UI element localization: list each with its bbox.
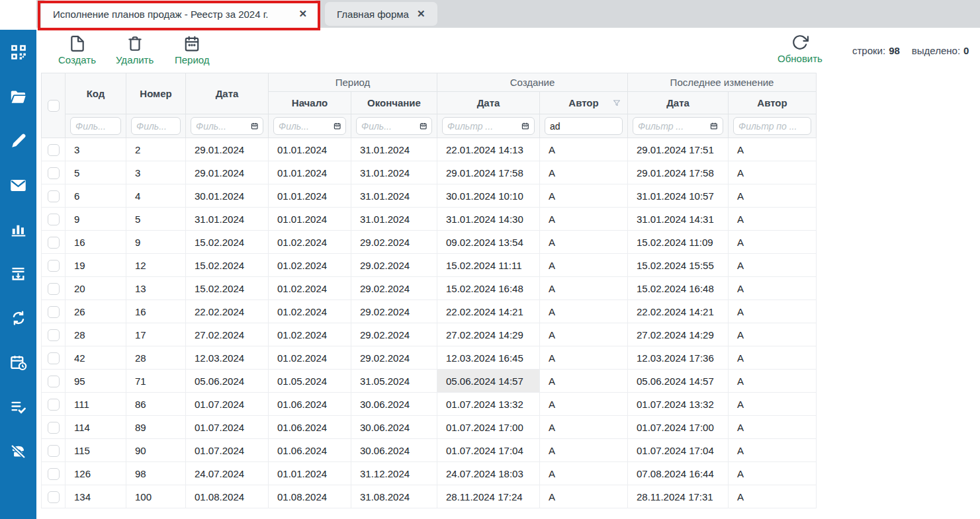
filter-input-create-date[interactable] xyxy=(447,121,521,132)
table-cell-nomer[interactable]: 17 xyxy=(126,323,186,346)
table-cell-change-author[interactable]: A xyxy=(729,485,817,508)
table-cell-change-date[interactable]: 28.11.2024 17:31 xyxy=(628,485,729,508)
table-cell-data[interactable]: 01.07.2024 xyxy=(186,416,269,439)
table-cell-nachalo[interactable]: 01.02.2024 xyxy=(269,231,351,254)
table-cell-kod[interactable]: 6 xyxy=(66,184,126,208)
table-cell-kod[interactable]: 114 xyxy=(66,416,126,439)
table-cell-change-date[interactable]: 31.01.2024 10:57 xyxy=(628,184,729,208)
table-cell-nomer[interactable]: 4 xyxy=(126,184,186,208)
table-cell-create-author[interactable]: A xyxy=(540,323,628,346)
table-cell-kod[interactable]: 19 xyxy=(66,254,126,277)
table-cell-create-date[interactable]: 22.01.2024 14:13 xyxy=(437,138,540,161)
folder-open-icon[interactable] xyxy=(0,83,36,110)
table-cell-okonchanie[interactable]: 29.02.2024 xyxy=(351,254,437,277)
column-header-nomer[interactable]: Номер xyxy=(126,73,186,114)
table-row[interactable]: 281727.02.202401.02.202429.02.202427.02.… xyxy=(42,323,817,346)
column-header-okonchanie[interactable]: Окончание xyxy=(351,92,437,114)
table-cell-kod[interactable]: 28 xyxy=(66,323,126,346)
table-cell-data[interactable]: 15.02.2024 xyxy=(186,277,269,300)
table-cell-create-author[interactable]: A xyxy=(540,161,628,184)
table-cell-create-date[interactable]: 24.07.2024 18:03 xyxy=(437,462,540,485)
table-cell-change-author[interactable]: A xyxy=(729,277,817,300)
table-cell-nachalo[interactable]: 01.06.2024 xyxy=(269,439,351,462)
row-checkbox[interactable] xyxy=(48,283,60,295)
table-cell-nachalo[interactable]: 01.05.2024 xyxy=(269,370,351,393)
table-cell-nachalo[interactable]: 01.02.2024 xyxy=(269,346,351,370)
tab-sales-plan-register[interactable]: Исполнение планов продаж - Реестр за 202… xyxy=(41,0,319,28)
table-cell-nachalo[interactable]: 01.02.2024 xyxy=(269,254,351,277)
table-cell-change-author[interactable]: A xyxy=(729,393,817,416)
table-row[interactable]: 261622.02.202401.02.202429.02.202422.02.… xyxy=(42,300,817,323)
table-cell-create-author[interactable]: A xyxy=(540,300,628,323)
table-cell-create-date[interactable]: 09.02.2024 13:54 xyxy=(437,231,540,254)
table-cell-nomer[interactable]: 28 xyxy=(126,346,186,370)
table-cell-create-author[interactable]: A xyxy=(540,346,628,370)
sync-icon[interactable] xyxy=(0,305,36,331)
table-cell-nomer[interactable]: 2 xyxy=(126,138,186,161)
row-checkbox[interactable] xyxy=(48,376,60,387)
table-cell-create-date[interactable]: 15.02.2024 16:48 xyxy=(437,277,540,300)
table-cell-kod[interactable]: 126 xyxy=(66,462,126,485)
table-cell-nomer[interactable]: 90 xyxy=(126,439,186,462)
column-header-nachalo[interactable]: Начало xyxy=(269,92,351,114)
table-cell-change-date[interactable]: 31.01.2024 14:31 xyxy=(628,208,729,231)
table-cell-create-author[interactable]: A xyxy=(540,138,628,161)
table-row[interactable]: 957105.06.202401.05.202431.05.202405.06.… xyxy=(42,370,817,393)
table-cell-kod[interactable]: 95 xyxy=(66,370,126,393)
table-cell-change-author[interactable]: A xyxy=(729,300,817,323)
phone-slash-icon[interactable] xyxy=(0,438,36,464)
list-check-icon[interactable] xyxy=(0,393,36,420)
table-cell-change-date[interactable]: 27.02.2024 14:29 xyxy=(628,323,729,346)
table-cell-okonchanie[interactable]: 31.01.2024 xyxy=(351,161,437,184)
table-cell-data[interactable]: 15.02.2024 xyxy=(186,254,269,277)
table-cell-okonchanie[interactable]: 31.12.2024 xyxy=(351,462,437,485)
table-row[interactable]: 1159001.07.202401.06.202430.06.202401.07… xyxy=(42,439,817,462)
table-cell-okonchanie[interactable]: 31.01.2024 xyxy=(351,138,437,161)
column-header-kod[interactable]: Код xyxy=(66,73,126,114)
table-cell-create-author[interactable]: A xyxy=(540,462,628,485)
table-cell-create-author[interactable]: A xyxy=(540,393,628,416)
table-cell-data[interactable]: 31.01.2024 xyxy=(186,208,269,231)
table-row[interactable]: 6430.01.202401.01.202431.01.202430.01.20… xyxy=(42,184,817,208)
row-checkbox[interactable] xyxy=(48,445,60,457)
calendar-picker-icon[interactable] xyxy=(420,122,427,130)
period-button[interactable]: Период xyxy=(173,35,210,65)
table-cell-change-date[interactable]: 15.02.2024 15:55 xyxy=(628,254,729,277)
table-cell-okonchanie[interactable]: 29.02.2024 xyxy=(351,346,437,370)
table-cell-change-date[interactable]: 05.06.2024 14:57 xyxy=(628,370,729,393)
table-cell-nomer[interactable]: 89 xyxy=(126,416,186,439)
table-cell-okonchanie[interactable]: 29.02.2024 xyxy=(351,277,437,300)
table-row[interactable]: 1148901.07.202401.06.202430.06.202401.07… xyxy=(42,416,817,439)
table-cell-change-date[interactable]: 29.01.2024 17:51 xyxy=(628,138,729,161)
table-cell-okonchanie[interactable]: 29.02.2024 xyxy=(351,323,437,346)
table-cell-data[interactable]: 15.02.2024 xyxy=(186,231,269,254)
table-cell-nomer[interactable]: 3 xyxy=(126,161,186,184)
table-cell-okonchanie[interactable]: 30.06.2024 xyxy=(351,416,437,439)
delete-button[interactable]: Удалить xyxy=(116,35,154,65)
filter-input-nomer[interactable] xyxy=(136,121,175,132)
table-cell-create-author[interactable]: A xyxy=(540,485,628,508)
table-cell-okonchanie[interactable]: 31.05.2024 xyxy=(351,370,437,393)
table-cell-data[interactable]: 27.02.2024 xyxy=(186,323,269,346)
table-cell-kod[interactable]: 115 xyxy=(66,439,126,462)
pencil-icon[interactable] xyxy=(0,128,36,154)
table-cell-data[interactable]: 22.02.2024 xyxy=(186,300,269,323)
table-row[interactable]: 5329.01.202401.01.202431.01.202429.01.20… xyxy=(42,161,817,184)
table-cell-kod[interactable]: 3 xyxy=(66,138,126,161)
calendar-picker-icon[interactable] xyxy=(710,122,718,130)
filter-input-okonchanie[interactable] xyxy=(361,121,420,132)
table-cell-nomer[interactable]: 98 xyxy=(126,462,186,485)
table-cell-create-date[interactable]: 15.02.2024 11:11 xyxy=(437,254,540,277)
row-checkbox[interactable] xyxy=(48,491,60,503)
table-cell-create-date[interactable]: 29.01.2024 17:58 xyxy=(437,161,540,184)
table-cell-data[interactable]: 29.01.2024 xyxy=(186,138,269,161)
filter-input-data[interactable] xyxy=(196,121,251,132)
table-cell-nachalo[interactable]: 01.08.2024 xyxy=(269,485,351,508)
table-cell-change-author[interactable]: A xyxy=(729,370,817,393)
create-button[interactable]: Создать xyxy=(58,35,96,65)
table-cell-nomer[interactable]: 100 xyxy=(126,485,186,508)
table-cell-change-author[interactable]: A xyxy=(729,323,817,346)
table-cell-create-author[interactable]: A xyxy=(540,231,628,254)
table-cell-create-date[interactable]: 01.07.2024 17:04 xyxy=(437,439,540,462)
table-cell-data[interactable]: 24.07.2024 xyxy=(186,462,269,485)
